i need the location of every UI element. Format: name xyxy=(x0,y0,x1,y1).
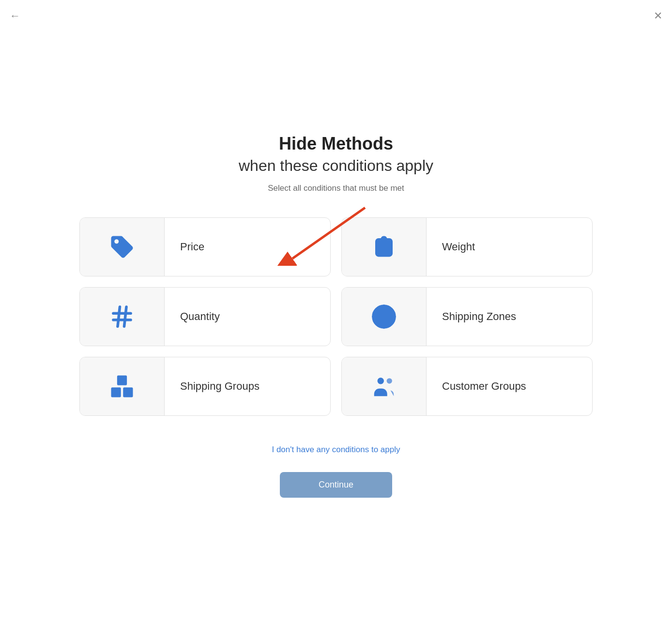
hash-icon xyxy=(109,304,135,330)
shipping-groups-card-icon xyxy=(80,357,165,415)
weight-card-icon xyxy=(342,218,427,276)
weight-icon xyxy=(371,234,397,260)
shipping-zones-card[interactable]: Shipping Zones xyxy=(341,287,593,346)
conditions-grid: Price Weight xyxy=(79,217,593,416)
back-button[interactable]: ← xyxy=(10,10,20,22)
page-title-light: when these conditions apply xyxy=(239,157,433,175)
close-button[interactable]: ✕ xyxy=(654,10,662,22)
shipping-groups-card-label: Shipping Groups xyxy=(165,380,330,393)
customer-groups-card[interactable]: Customer Groups xyxy=(341,357,593,416)
globe-icon xyxy=(371,304,397,330)
shipping-zones-card-icon xyxy=(342,288,427,346)
price-card-icon xyxy=(80,218,165,276)
boxes-icon xyxy=(109,373,135,399)
customer-groups-card-label: Customer Groups xyxy=(427,380,592,393)
price-tag-icon xyxy=(109,234,135,260)
page-title-bold: Hide Methods xyxy=(279,134,393,154)
people-icon xyxy=(371,373,397,399)
page-subtitle: Select all conditions that must be met xyxy=(268,183,404,193)
cards-wrapper: Price Weight xyxy=(79,217,593,445)
price-card[interactable]: Price xyxy=(79,217,331,276)
svg-rect-8 xyxy=(111,387,121,397)
price-card-label: Price xyxy=(165,241,330,253)
shipping-zones-card-label: Shipping Zones xyxy=(427,310,592,323)
svg-rect-9 xyxy=(123,387,133,397)
customer-groups-card-icon xyxy=(342,357,427,415)
svg-point-12 xyxy=(387,378,392,383)
quantity-card[interactable]: Quantity xyxy=(79,287,331,346)
no-conditions-link[interactable]: I don't have any conditions to apply xyxy=(272,445,400,455)
weight-card-label: Weight xyxy=(427,241,592,253)
svg-rect-10 xyxy=(117,376,127,385)
svg-point-11 xyxy=(378,378,384,384)
continue-button[interactable]: Continue xyxy=(280,472,392,498)
quantity-card-icon xyxy=(80,288,165,346)
shipping-groups-card[interactable]: Shipping Groups xyxy=(79,357,331,416)
svg-line-5 xyxy=(124,307,127,327)
weight-card[interactable]: Weight xyxy=(341,217,593,276)
main-container: Hide Methods when these conditions apply… xyxy=(79,114,593,527)
svg-line-4 xyxy=(118,307,120,327)
quantity-card-label: Quantity xyxy=(165,310,330,323)
